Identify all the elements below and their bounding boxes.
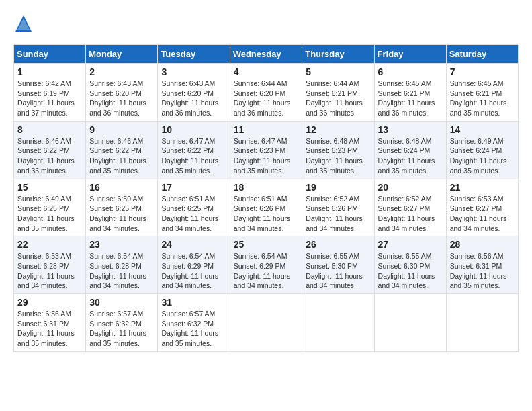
calendar-day-header: Monday	[86, 45, 158, 64]
calendar-day-header: Sunday	[14, 45, 86, 64]
calendar-day-cell: 18 Sunrise: 6:51 AM Sunset: 6:26 PM Dayl…	[230, 179, 302, 236]
calendar-day-header: Saturday	[446, 45, 518, 64]
calendar-week-row: 22 Sunrise: 6:53 AM Sunset: 6:28 PM Dayl…	[14, 236, 519, 294]
day-info: Sunrise: 6:49 AM Sunset: 6:25 PM Dayligh…	[17, 194, 82, 234]
day-number: 20	[378, 182, 443, 193]
calendar-day-cell	[374, 294, 446, 352]
day-info: Sunrise: 6:44 AM Sunset: 6:20 PM Dayligh…	[234, 79, 299, 118]
day-number: 27	[378, 239, 443, 250]
calendar-day-cell	[230, 294, 302, 352]
day-number: 25	[234, 239, 299, 250]
calendar-day-cell: 21 Sunrise: 6:53 AM Sunset: 6:27 PM Dayl…	[446, 179, 518, 236]
day-info: Sunrise: 6:45 AM Sunset: 6:21 PM Dayligh…	[450, 79, 515, 118]
day-info: Sunrise: 6:54 AM Sunset: 6:29 PM Dayligh…	[234, 251, 299, 291]
day-number: 13	[378, 124, 443, 135]
calendar-week-row: 15 Sunrise: 6:49 AM Sunset: 6:25 PM Dayl…	[14, 179, 519, 236]
calendar-day-cell: 4 Sunrise: 6:44 AM Sunset: 6:20 PM Dayli…	[230, 64, 302, 122]
day-info: Sunrise: 6:46 AM Sunset: 6:22 PM Dayligh…	[17, 136, 82, 176]
calendar-day-cell: 14 Sunrise: 6:49 AM Sunset: 6:24 PM Dayl…	[446, 121, 518, 179]
day-info: Sunrise: 6:45 AM Sunset: 6:21 PM Dayligh…	[378, 79, 443, 118]
logo	[13, 13, 36, 34]
calendar-day-header: Friday	[374, 45, 446, 64]
day-number: 4	[234, 66, 299, 77]
day-number: 28	[450, 239, 515, 250]
day-info: Sunrise: 6:48 AM Sunset: 6:23 PM Dayligh…	[306, 136, 370, 176]
day-number: 24	[161, 239, 226, 250]
day-info: Sunrise: 6:53 AM Sunset: 6:28 PM Dayligh…	[17, 251, 82, 291]
calendar-day-cell: 15 Sunrise: 6:49 AM Sunset: 6:25 PM Dayl…	[14, 179, 86, 236]
day-info: Sunrise: 6:47 AM Sunset: 6:23 PM Dayligh…	[234, 136, 299, 176]
day-number: 2	[89, 66, 154, 77]
day-info: Sunrise: 6:51 AM Sunset: 6:25 PM Dayligh…	[161, 194, 226, 234]
calendar-day-cell: 25 Sunrise: 6:54 AM Sunset: 6:29 PM Dayl…	[230, 236, 302, 294]
calendar-day-cell: 19 Sunrise: 6:52 AM Sunset: 6:26 PM Dayl…	[302, 179, 374, 236]
day-info: Sunrise: 6:50 AM Sunset: 6:25 PM Dayligh…	[89, 194, 154, 234]
day-number: 8	[17, 124, 82, 135]
day-number: 30	[89, 297, 154, 308]
calendar-day-cell	[446, 294, 518, 352]
day-number: 17	[161, 182, 226, 193]
calendar-day-cell: 6 Sunrise: 6:45 AM Sunset: 6:21 PM Dayli…	[374, 64, 446, 122]
calendar-day-cell: 16 Sunrise: 6:50 AM Sunset: 6:25 PM Dayl…	[86, 179, 158, 236]
day-number: 5	[306, 66, 370, 77]
day-number: 16	[89, 182, 154, 193]
calendar-day-cell: 31 Sunrise: 6:57 AM Sunset: 6:32 PM Dayl…	[158, 294, 230, 352]
day-number: 14	[450, 124, 515, 135]
day-info: Sunrise: 6:43 AM Sunset: 6:20 PM Dayligh…	[161, 79, 226, 118]
calendar-day-cell: 10 Sunrise: 6:47 AM Sunset: 6:22 PM Dayl…	[158, 121, 230, 179]
calendar-day-header: Thursday	[302, 45, 374, 64]
day-number: 3	[161, 66, 226, 77]
calendar-day-cell: 9 Sunrise: 6:46 AM Sunset: 6:22 PM Dayli…	[86, 121, 158, 179]
day-number: 6	[378, 66, 443, 77]
calendar-day-cell: 23 Sunrise: 6:54 AM Sunset: 6:28 PM Dayl…	[86, 236, 158, 294]
day-number: 9	[89, 124, 154, 135]
calendar-day-cell: 28 Sunrise: 6:56 AM Sunset: 6:31 PM Dayl…	[446, 236, 518, 294]
day-info: Sunrise: 6:48 AM Sunset: 6:24 PM Dayligh…	[378, 136, 443, 176]
day-info: Sunrise: 6:57 AM Sunset: 6:32 PM Dayligh…	[161, 309, 226, 349]
day-info: Sunrise: 6:46 AM Sunset: 6:22 PM Dayligh…	[89, 136, 154, 176]
calendar-day-cell: 24 Sunrise: 6:54 AM Sunset: 6:29 PM Dayl…	[158, 236, 230, 294]
calendar-day-cell	[302, 294, 374, 352]
calendar-day-cell: 27 Sunrise: 6:55 AM Sunset: 6:30 PM Dayl…	[374, 236, 446, 294]
day-number: 21	[450, 182, 515, 193]
day-info: Sunrise: 6:54 AM Sunset: 6:28 PM Dayligh…	[89, 251, 154, 291]
calendar-table: SundayMondayTuesdayWednesdayThursdayFrid…	[13, 44, 519, 352]
day-info: Sunrise: 6:56 AM Sunset: 6:31 PM Dayligh…	[450, 251, 515, 291]
day-number: 23	[89, 239, 154, 250]
calendar-day-cell: 17 Sunrise: 6:51 AM Sunset: 6:25 PM Dayl…	[158, 179, 230, 236]
day-info: Sunrise: 6:51 AM Sunset: 6:26 PM Dayligh…	[234, 194, 299, 234]
day-number: 1	[17, 66, 82, 77]
day-number: 15	[17, 182, 82, 193]
day-info: Sunrise: 6:54 AM Sunset: 6:29 PM Dayligh…	[161, 251, 226, 291]
calendar-day-cell: 11 Sunrise: 6:47 AM Sunset: 6:23 PM Dayl…	[230, 121, 302, 179]
calendar-week-row: 29 Sunrise: 6:56 AM Sunset: 6:31 PM Dayl…	[14, 294, 519, 352]
day-number: 18	[234, 182, 299, 193]
calendar-day-cell: 7 Sunrise: 6:45 AM Sunset: 6:21 PM Dayli…	[446, 64, 518, 122]
calendar-day-cell: 1 Sunrise: 6:42 AM Sunset: 6:19 PM Dayli…	[14, 64, 86, 122]
day-number: 26	[306, 239, 370, 250]
calendar-day-cell: 5 Sunrise: 6:44 AM Sunset: 6:21 PM Dayli…	[302, 64, 374, 122]
day-number: 12	[306, 124, 370, 135]
calendar-day-cell: 3 Sunrise: 6:43 AM Sunset: 6:20 PM Dayli…	[158, 64, 230, 122]
calendar-day-cell: 8 Sunrise: 6:46 AM Sunset: 6:22 PM Dayli…	[14, 121, 86, 179]
calendar-day-cell: 30 Sunrise: 6:57 AM Sunset: 6:32 PM Dayl…	[86, 294, 158, 352]
logo-icon	[13, 13, 34, 34]
day-number: 11	[234, 124, 299, 135]
calendar-day-header: Wednesday	[230, 45, 302, 64]
page-header	[13, 13, 519, 34]
day-info: Sunrise: 6:57 AM Sunset: 6:32 PM Dayligh…	[89, 309, 154, 349]
calendar-day-header: Tuesday	[158, 45, 230, 64]
calendar-day-cell: 29 Sunrise: 6:56 AM Sunset: 6:31 PM Dayl…	[14, 294, 86, 352]
day-info: Sunrise: 6:52 AM Sunset: 6:26 PM Dayligh…	[306, 194, 370, 234]
day-info: Sunrise: 6:49 AM Sunset: 6:24 PM Dayligh…	[450, 136, 515, 176]
calendar-day-cell: 12 Sunrise: 6:48 AM Sunset: 6:23 PM Dayl…	[302, 121, 374, 179]
calendar-day-cell: 26 Sunrise: 6:55 AM Sunset: 6:30 PM Dayl…	[302, 236, 374, 294]
day-number: 31	[161, 297, 226, 308]
calendar-day-cell: 2 Sunrise: 6:43 AM Sunset: 6:20 PM Dayli…	[86, 64, 158, 122]
day-info: Sunrise: 6:53 AM Sunset: 6:27 PM Dayligh…	[450, 194, 515, 234]
calendar-day-cell: 22 Sunrise: 6:53 AM Sunset: 6:28 PM Dayl…	[14, 236, 86, 294]
day-info: Sunrise: 6:44 AM Sunset: 6:21 PM Dayligh…	[306, 79, 370, 118]
calendar-header-row: SundayMondayTuesdayWednesdayThursdayFrid…	[14, 45, 519, 64]
day-number: 10	[161, 124, 226, 135]
calendar-day-cell: 13 Sunrise: 6:48 AM Sunset: 6:24 PM Dayl…	[374, 121, 446, 179]
